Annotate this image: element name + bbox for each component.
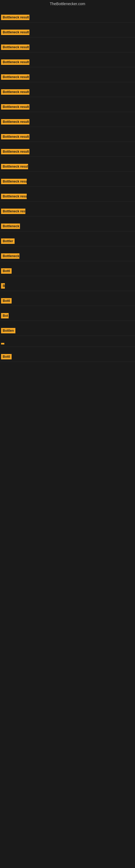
bottleneck-badge[interactable]: Bottleneck result <box>1 14 30 20</box>
bottleneck-badge[interactable]: Bottl <box>1 298 12 304</box>
bottleneck-badge[interactable]: Bot <box>1 313 9 318</box>
list-item: Bottleneck resu <box>0 177 135 187</box>
list-item: Bottleneck result <box>0 72 135 82</box>
bottleneck-badge[interactable]: Bottl <box>1 354 12 360</box>
list-item: Bottl <box>0 352 135 362</box>
bottleneck-badge[interactable]: Bottler <box>1 239 14 244</box>
bottleneck-badge[interactable]: Bottleneck result <box>1 30 30 35</box>
list-item: Bottleneck <box>0 221 135 231</box>
bottleneck-badge[interactable]: Bottleneck result <box>1 164 28 169</box>
list-item: Bottleneck result <box>0 132 135 142</box>
list-item: Bottlen <box>0 326 135 336</box>
bottleneck-badge[interactable]: Bottleneck <box>1 223 20 229</box>
list-item: Bottl <box>0 266 135 276</box>
list-item <box>0 341 135 347</box>
list-item: Bottleneck result <box>0 87 135 97</box>
bottleneck-badge[interactable]: Bottleneck result <box>1 44 30 50</box>
bottleneck-badge[interactable]: Bottleneck resu <box>1 179 27 184</box>
bottleneck-badge[interactable]: Bottl <box>1 268 12 274</box>
list-item: Bottleneck resu <box>0 207 135 216</box>
site-title: TheBottlenecker.com <box>0 0 135 8</box>
list-item: Bottleneck <box>0 251 135 261</box>
bottleneck-badge[interactable]: Bottleneck result <box>1 134 30 140</box>
bottleneck-badge[interactable]: Bottleneck result <box>1 59 30 65</box>
bottleneck-badge[interactable]: Bottleneck result <box>1 149 30 154</box>
bottleneck-badge[interactable] <box>1 343 4 344</box>
list-item: Bottl <box>0 296 135 306</box>
bottleneck-badge[interactable]: Bottleneck result <box>1 74 30 80</box>
list-item: Bottleneck result <box>0 42 135 52</box>
bottleneck-badge[interactable]: B <box>1 283 5 289</box>
list-item: Bottleneck result <box>0 162 135 172</box>
list-item: Bottler <box>0 236 135 246</box>
bottleneck-badge[interactable]: Bottleneck result <box>1 119 30 124</box>
bottleneck-badge[interactable]: Bottleneck <box>1 253 19 259</box>
list-item: Bottleneck result <box>0 117 135 127</box>
items-container: Bottleneck resultBottleneck resultBottle… <box>0 8 135 362</box>
bottleneck-badge[interactable]: Bottleneck result <box>1 89 30 95</box>
bottleneck-badge[interactable]: Bottleneck resu <box>1 194 27 199</box>
list-item: Bottleneck result <box>0 102 135 112</box>
list-item: B <box>0 281 135 291</box>
bottleneck-badge[interactable]: Bottlen <box>1 328 15 333</box>
list-item: Bottleneck result <box>0 147 135 157</box>
bottleneck-badge[interactable]: Bottleneck result <box>1 104 30 110</box>
list-item: Bottleneck resu <box>0 191 135 202</box>
bottleneck-badge[interactable]: Bottleneck resu <box>1 209 26 214</box>
list-item: Bottleneck result <box>0 27 135 37</box>
list-item: Bot <box>0 311 135 321</box>
list-item: Bottleneck result <box>0 57 135 67</box>
list-item: Bottleneck result <box>0 12 135 23</box>
